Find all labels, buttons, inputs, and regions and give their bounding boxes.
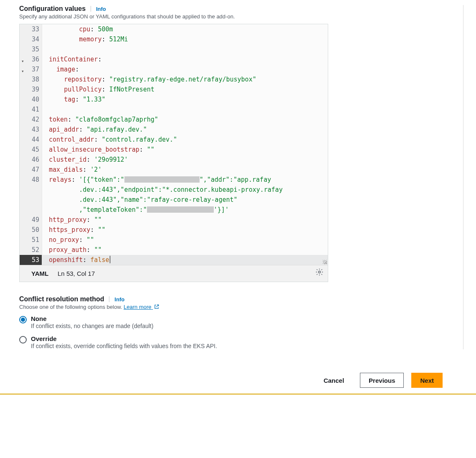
wizard-footer: Cancel Previous Next <box>19 370 463 394</box>
code-line-wrap[interactable]: .dev.:443","endpoint":"*.connector.kubea… <box>20 185 328 195</box>
code-line-wrap[interactable]: .dev.:443","name":"rafay-core-relay-agen… <box>20 195 328 205</box>
external-link-icon <box>154 304 160 310</box>
divider <box>109 296 109 302</box>
radio-icon[interactable] <box>19 336 27 344</box>
code-line[interactable]: 38 repository: "registry.rafay-edge.net/… <box>20 74 328 84</box>
code-line[interactable]: 46cluster_id: '29o9912' <box>20 155 328 165</box>
conflict-option-override[interactable]: OverrideIf conflict exists, override con… <box>19 335 454 349</box>
code-line[interactable]: 50https_proxy: "" <box>20 225 328 235</box>
redacted-value <box>124 176 200 183</box>
config-info-link[interactable]: Info <box>96 6 106 12</box>
code-line[interactable]: 40 tag: "1.33" <box>20 94 328 104</box>
code-line[interactable]: 45allow_insecure_bootstrap: "" <box>20 145 328 155</box>
code-line[interactable]: 34 memory: 512Mi <box>20 34 328 44</box>
config-desc: Specify any additional JSON or YAML conf… <box>19 13 454 20</box>
code-line[interactable]: 49http_proxy: "" <box>20 215 328 225</box>
svg-point-0 <box>319 271 321 273</box>
code-editor[interactable]: 33 cpu: 500m34 memory: 512Mi35▾36initCon… <box>19 24 328 282</box>
code-line[interactable]: 43api_addr: "api.rafay.dev." <box>20 125 328 135</box>
option-title: Override <box>31 335 217 342</box>
conflict-desc: Choose one of the following options belo… <box>19 304 454 310</box>
bottom-rule <box>0 394 476 394</box>
option-desc: If conflict exists, no changes are made … <box>31 323 153 329</box>
gear-icon[interactable] <box>315 268 324 279</box>
code-line[interactable]: 33 cpu: 500m <box>20 24 328 34</box>
previous-button[interactable]: Previous <box>360 373 404 388</box>
next-button[interactable]: Next <box>411 373 443 388</box>
divider <box>91 6 91 12</box>
editor-cursor-pos: Ln 53, Col 17 <box>58 270 95 277</box>
code-line[interactable]: 48relays: '[{"token":"","addr":"app.rafa… <box>20 175 328 185</box>
code-line[interactable]: 52proxy_auth: "" <box>20 245 328 255</box>
redacted-value <box>147 206 214 213</box>
code-line[interactable]: 51no_proxy: "" <box>20 235 328 245</box>
conflict-info-link[interactable]: Info <box>114 296 124 303</box>
code-line[interactable]: 41 <box>20 104 328 114</box>
code-line[interactable]: 42token: "clafo8omfgclap7aprhg" <box>20 114 328 125</box>
conflict-title: Conflict resolution method <box>19 295 104 303</box>
code-line-wrap[interactable]: ,"templateToken":"'}]' <box>20 205 328 215</box>
code-line[interactable]: 53openshift: false <box>20 255 328 265</box>
editor-lang: YAML <box>31 270 48 277</box>
conflict-option-none[interactable]: NoneIf conflict exists, no changes are m… <box>19 315 454 329</box>
code-line[interactable]: 35 <box>20 44 328 54</box>
radio-icon[interactable] <box>19 316 27 323</box>
code-line[interactable]: 44control_addr: "control.rafay.dev." <box>20 135 328 145</box>
config-title: Configuration values <box>19 5 86 13</box>
option-title: None <box>31 315 153 322</box>
code-line[interactable]: 39 pullPolicy: IfNotPresent <box>20 84 328 94</box>
code-line[interactable]: 47max_dials: '2' <box>20 165 328 175</box>
code-line[interactable]: ▾37 image: <box>20 64 328 74</box>
cancel-button[interactable]: Cancel <box>315 373 352 388</box>
editor-status-bar: YAML Ln 53, Col 17 <box>20 265 328 282</box>
option-desc: If conflict exists, override conflicting… <box>31 343 217 349</box>
learn-more-link[interactable]: Learn more <box>124 304 160 310</box>
code-line[interactable]: ▾36initContainer: <box>20 54 328 64</box>
text-cursor <box>110 256 110 263</box>
